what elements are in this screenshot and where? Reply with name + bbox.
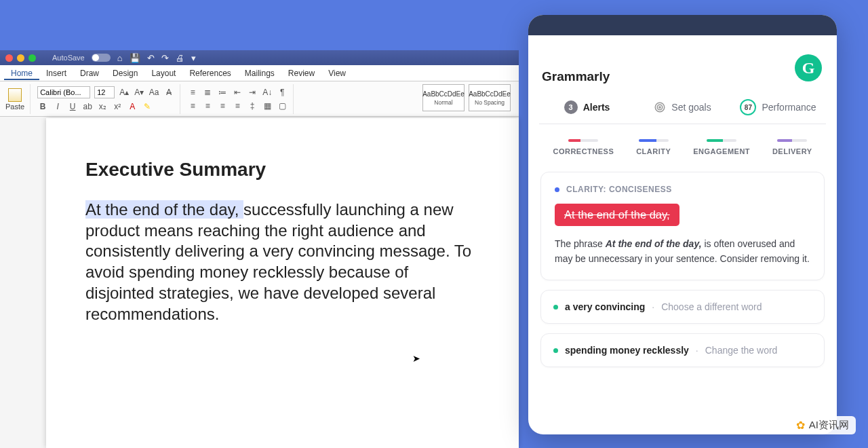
issue-hint: Change the word — [705, 345, 778, 356]
paste-button[interactable]: Paste — [5, 88, 24, 111]
ribbon-clipboard: Paste — [5, 84, 31, 114]
issue-tag-text: CLARITY: CONCISENESS — [566, 185, 672, 194]
subscript-button[interactable]: x₂ — [97, 101, 108, 112]
cursor-icon: ➤ — [412, 353, 420, 364]
autosave-toggle[interactable] — [92, 54, 111, 62]
tab-set-goals[interactable]: Set goals — [635, 94, 730, 124]
change-case-icon[interactable]: Aa — [149, 87, 159, 98]
svg-point-1 — [658, 105, 663, 110]
body-text: successfully launching a new product mea… — [85, 200, 471, 323]
align-right-icon[interactable]: ≡ — [217, 100, 228, 111]
close-icon[interactable] — [5, 54, 13, 62]
issue-card[interactable]: spending money recklessly · Change the w… — [540, 333, 825, 367]
panel-title: Grammarly — [542, 69, 826, 84]
ribbon: Paste A▴ A▾ Aa A̶ B I U ab x₂ x² A ✎ — [0, 81, 519, 117]
indent-icon[interactable]: ⇥ — [247, 87, 258, 98]
grammarly-logo-icon[interactable]: G — [795, 54, 822, 81]
menu-draw[interactable]: Draw — [73, 67, 106, 80]
cat-clarity[interactable]: CLARITY — [636, 139, 671, 155]
font-size-select[interactable] — [94, 86, 115, 98]
numbering-icon[interactable]: ≣ — [202, 87, 213, 98]
font-color-icon[interactable]: A — [127, 101, 138, 112]
cat-correctness[interactable]: CORRECTNESS — [553, 139, 614, 155]
autosave-label: AutoSave — [52, 54, 85, 62]
document-body: At the end of the day, successfully laun… — [85, 200, 479, 324]
increase-font-icon[interactable]: A▴ — [119, 87, 130, 98]
redo-icon[interactable]: ↷ — [161, 53, 169, 63]
menu-mailings[interactable]: Mailings — [238, 67, 281, 80]
watermark-text: AI资讯网 — [809, 419, 849, 432]
shading-icon[interactable]: ▦ — [262, 100, 273, 111]
engagement-dot-icon — [553, 305, 558, 310]
cat-delivery[interactable]: DELIVERY — [772, 139, 812, 155]
word-menu-bar: Home Insert Draw Design Layout Reference… — [0, 65, 519, 81]
menu-insert[interactable]: Insert — [39, 67, 73, 80]
tab-label: Alerts — [583, 102, 610, 113]
word-window: AutoSave ⌂ 💾 ↶ ↷ 🖨 ▾ Home Insert Draw De… — [0, 50, 519, 448]
bold-button[interactable]: B — [37, 101, 48, 112]
category-bar: CORRECTNESS CLARITY ENGAGEMENT DELIVERY — [539, 124, 826, 162]
strike-button[interactable]: ab — [82, 101, 93, 112]
clarity-dot-icon — [555, 187, 559, 192]
document-page[interactable]: Executive Summary At the end of the day,… — [46, 118, 519, 448]
svg-point-0 — [656, 102, 665, 112]
issue-hint: Choose a different word — [661, 301, 762, 312]
align-left-icon[interactable]: ≡ — [187, 100, 198, 111]
zoom-icon[interactable] — [28, 54, 36, 62]
bullets-icon[interactable]: ≡ — [187, 87, 198, 98]
issue-card-expanded[interactable]: CLARITY: CONCISENESS At the end of the d… — [540, 172, 825, 280]
justify-icon[interactable]: ≡ — [232, 100, 243, 111]
decrease-font-icon[interactable]: A▾ — [134, 87, 144, 98]
tab-label: Performance — [762, 102, 816, 113]
tab-performance[interactable]: 87 Performance — [730, 94, 826, 124]
font-name-select[interactable] — [37, 86, 90, 98]
word-titlebar: AutoSave ⌂ 💾 ↶ ↷ 🖨 ▾ — [0, 50, 519, 65]
document-heading: Executive Summary — [85, 159, 479, 181]
issue-phrase: spending money recklessly — [565, 345, 689, 356]
titlebar-tools: AutoSave ⌂ 💾 ↶ ↷ 🖨 ▾ — [52, 53, 196, 63]
flower-icon: ✿ — [796, 419, 805, 432]
style-no-spacing[interactable]: AaBbCcDdEe No Spacing — [469, 84, 511, 111]
remove-phrase-chip[interactable]: At the end of the day, — [555, 204, 679, 226]
home-icon[interactable]: ⌂ — [117, 53, 123, 63]
multilevel-icon[interactable]: ≔ — [217, 87, 228, 98]
issue-tag: CLARITY: CONCISENESS — [555, 185, 810, 194]
save-icon[interactable]: 💾 — [130, 53, 140, 63]
sort-icon[interactable]: A↓ — [262, 87, 273, 98]
alerts-count-badge: 3 — [564, 100, 578, 114]
ribbon-font: A▴ A▾ Aa A̶ B I U ab x₂ x² A ✎ — [37, 84, 180, 114]
ribbon-styles: AaBbCcDdEe Normal AaBbCcDdEe No Spacing — [422, 84, 511, 111]
pilcrow-icon[interactable]: ¶ — [277, 87, 288, 98]
line-spacing-icon[interactable]: ‡ — [247, 100, 258, 111]
menu-references[interactable]: References — [182, 67, 237, 80]
engagement-dot-icon — [553, 348, 558, 353]
menu-view[interactable]: View — [321, 67, 353, 80]
svg-point-2 — [659, 107, 660, 108]
style-name: No Spacing — [475, 99, 505, 106]
borders-icon[interactable]: ▢ — [277, 100, 288, 111]
menu-home[interactable]: Home — [4, 67, 39, 80]
outdent-icon[interactable]: ⇤ — [232, 87, 243, 98]
cat-engagement[interactable]: ENGAGEMENT — [693, 139, 750, 155]
superscript-button[interactable]: x² — [112, 101, 123, 112]
italic-button[interactable]: I — [52, 101, 63, 112]
menu-design[interactable]: Design — [106, 67, 144, 80]
undo-icon[interactable]: ↶ — [147, 53, 155, 63]
grammarly-panel: G Grammarly 3 Alerts Set goals 87 Perfor… — [528, 15, 837, 434]
paste-label: Paste — [5, 102, 24, 111]
clear-format-icon[interactable]: A̶ — [163, 87, 174, 98]
menu-layout[interactable]: Layout — [144, 67, 182, 80]
watermark-badge: ✿ AI资讯网 — [789, 416, 856, 434]
issue-card[interactable]: a very convincing · Choose a different w… — [540, 290, 825, 324]
clipboard-icon — [8, 88, 22, 102]
print-icon[interactable]: 🖨 — [176, 53, 184, 63]
tab-alerts[interactable]: 3 Alerts — [539, 94, 635, 124]
issue-list: CLARITY: CONCISENESS At the end of the d… — [539, 172, 826, 367]
minimize-icon[interactable] — [17, 54, 24, 62]
style-normal[interactable]: AaBbCcDdEe Normal — [422, 84, 465, 111]
more-icon[interactable]: ▾ — [191, 53, 196, 63]
menu-review[interactable]: Review — [281, 67, 321, 80]
align-center-icon[interactable]: ≡ — [202, 100, 213, 111]
highlight-icon[interactable]: ✎ — [142, 101, 153, 112]
underline-button[interactable]: U — [67, 101, 78, 112]
